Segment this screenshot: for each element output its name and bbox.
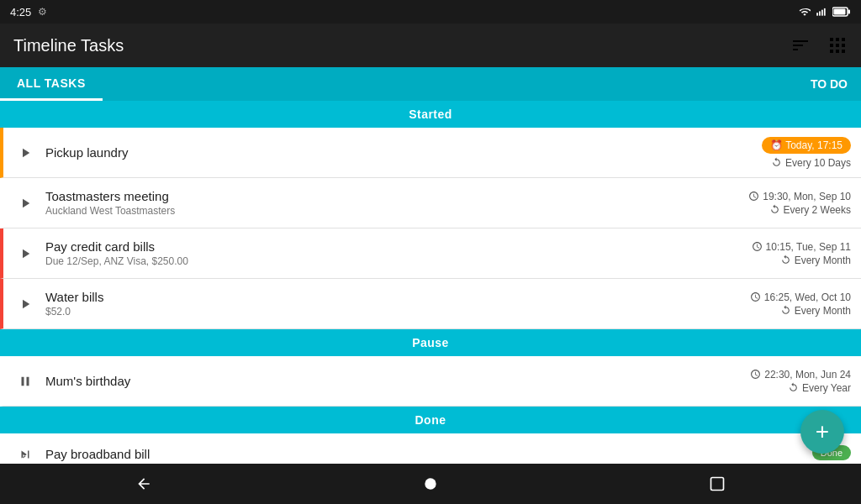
play-button[interactable] xyxy=(13,292,37,316)
tab-all-tasks[interactable]: ALL TASKS xyxy=(0,67,103,101)
section-done: Done xyxy=(0,407,861,433)
play-button[interactable] xyxy=(13,242,37,265)
tab-to-do[interactable]: TO DO xyxy=(797,67,861,101)
add-task-fab[interactable]: + xyxy=(800,410,844,454)
svg-rect-5 xyxy=(834,9,846,15)
svg-rect-1 xyxy=(819,11,821,15)
task-title: Mum's birthday xyxy=(45,374,708,388)
task-row[interactable]: Mum's birthday 22:30, Mon, Jun 24 Every … xyxy=(0,356,861,407)
task-title: Pay credit card bills xyxy=(45,239,708,254)
task-title: Water bills xyxy=(45,290,708,304)
status-time: 4:25 xyxy=(10,6,31,18)
task-recur: Every Month xyxy=(716,255,851,266)
task-recur: Every 10 Days xyxy=(716,157,851,169)
back-button[interactable] xyxy=(135,475,152,492)
tab-bar: ALL TASKS TO DO xyxy=(0,67,861,101)
task-time: 19:30, Mon, Sep 10 xyxy=(716,191,851,202)
play-button[interactable] xyxy=(13,192,37,215)
task-subtitle: Due 12/Sep, ANZ Visa, $250.00 xyxy=(45,255,708,267)
main-content: Started Pickup laundry ⏰Today, 17:15 Eve… xyxy=(0,101,861,464)
task-row[interactable]: Toastmasters meeting Auckland West Toast… xyxy=(0,178,861,228)
task-row[interactable]: Pay credit card bills Due 12/Sep, ANZ Vi… xyxy=(0,228,861,279)
top-bar: Timeline Tasks xyxy=(0,24,861,67)
task-title: Pay broadband bill xyxy=(45,447,708,461)
task-recur: Every Year xyxy=(716,382,851,394)
grid-icon[interactable] xyxy=(827,35,848,55)
signal-icon xyxy=(816,6,827,18)
svg-rect-6 xyxy=(848,10,851,14)
pause-button[interactable] xyxy=(13,370,37,393)
status-bar: 4:25 ⚙ xyxy=(0,0,861,24)
battery-icon xyxy=(832,7,851,17)
task-badge: ⏰Today, 17:15 xyxy=(762,137,851,154)
svg-rect-2 xyxy=(821,10,823,16)
play-button[interactable] xyxy=(13,141,37,165)
task-time: 16:25, Wed, Oct 10 xyxy=(716,291,851,303)
sort-icon[interactable] xyxy=(790,35,811,55)
section-started: Started xyxy=(0,101,861,128)
page-title: Timeline Tasks xyxy=(13,36,124,55)
svg-point-7 xyxy=(425,478,436,489)
task-recur: Every 2 Weeks xyxy=(716,204,851,216)
task-row[interactable]: Pickup laundry ⏰Today, 17:15 Every 10 Da… xyxy=(0,128,861,178)
bottom-nav xyxy=(0,464,861,504)
wifi-icon xyxy=(799,6,811,18)
home-button[interactable] xyxy=(422,475,439,492)
recent-apps-button[interactable] xyxy=(709,475,726,492)
task-title: Pickup laundry xyxy=(45,145,708,160)
gear-icon: ⚙ xyxy=(38,6,47,18)
task-row[interactable]: Pay broadband bill Done xyxy=(0,433,861,464)
task-recur: Every Month xyxy=(716,305,851,317)
svg-rect-8 xyxy=(711,478,724,491)
task-time: 22:30, Mon, Jun 24 xyxy=(716,369,851,381)
svg-rect-3 xyxy=(824,8,826,16)
task-title: Toastmasters meeting xyxy=(45,189,708,203)
svg-rect-0 xyxy=(816,13,818,16)
section-pause: Pause xyxy=(0,329,861,356)
task-time: 10:15, Tue, Sep 11 xyxy=(716,241,851,253)
skip-button[interactable] xyxy=(13,443,37,465)
task-subtitle: $52.0 xyxy=(45,306,708,318)
task-subtitle: Auckland West Toastmasters xyxy=(45,205,708,217)
task-row[interactable]: Water bills $52.0 16:25, Wed, Oct 10 Eve… xyxy=(0,279,861,329)
